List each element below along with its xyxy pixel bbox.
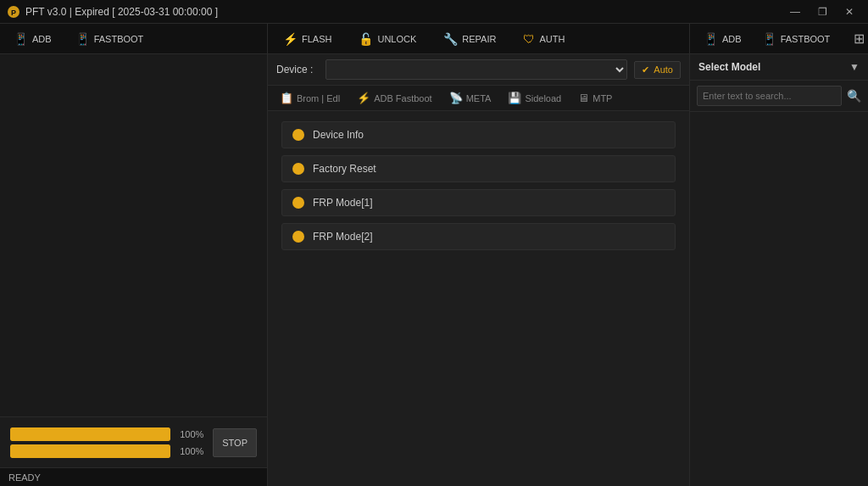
title-bar: P PFT v3.0 | Expired [ 2025-03-31 00:00:…	[0, 0, 868, 24]
status-text: READY	[8, 472, 41, 483]
brom-label: Brom | Edl	[297, 93, 340, 103]
sideload-icon: 💾	[508, 92, 521, 104]
label-frp-mode-2: FRP Mode[2]	[313, 231, 372, 243]
app-title: PFT v3.0 | Expired [ 2025-03-31 00:00:00…	[25, 6, 218, 18]
main-layout: 📱 ADB 📱 FASTBOOT 100%	[0, 24, 868, 486]
action-frp-mode-1[interactable]: FRP Mode[1]	[281, 189, 676, 216]
left-bottom-area: 100% 100% STOP	[0, 416, 267, 467]
device-row: Device : ✔ Auto	[268, 54, 689, 86]
left-canvas-area	[0, 54, 267, 416]
flash-button[interactable]: ⚡ FLASH	[276, 29, 338, 49]
tab-mtp[interactable]: 🖥 MTP	[571, 88, 619, 108]
sideload-label: Sideload	[525, 93, 561, 103]
center-top-toolbar: ⚡ FLASH 🔓 UNLOCK 🔧 REPAIR 🛡 AUTH	[268, 24, 689, 54]
progress-label-2: 100%	[177, 446, 206, 456]
right-adb-button[interactable]: 📱 ADB	[697, 29, 748, 49]
progress-bar-fill-2	[10, 444, 170, 458]
progress-bar-bg-2	[10, 444, 170, 458]
unlock-label: UNLOCK	[377, 34, 416, 44]
right-top-toolbar: 📱 ADB 📱 FASTBOOT ⊞ ☰	[690, 24, 868, 54]
search-row: 🔍	[690, 81, 868, 112]
device-label: Device :	[276, 64, 319, 75]
title-bar-left: P PFT v3.0 | Expired [ 2025-03-31 00:00:…	[7, 5, 218, 19]
svg-text:P: P	[11, 8, 16, 17]
action-device-info[interactable]: Device Info	[281, 121, 676, 148]
select-model-label: Select Model	[698, 61, 760, 73]
tab-sideload[interactable]: 💾 Sideload	[501, 88, 568, 108]
label-factory-reset: Factory Reset	[313, 163, 376, 175]
progress-label-1: 100%	[177, 429, 206, 439]
search-icon[interactable]: 🔍	[847, 89, 861, 103]
left-toolbar-btn-2[interactable]: 📱 FASTBOOT	[69, 29, 151, 49]
right-content-area	[690, 112, 868, 486]
auth-button[interactable]: 🛡 AUTH	[516, 29, 571, 49]
left-panel: 📱 ADB 📱 FASTBOOT 100%	[0, 24, 268, 486]
chevron-down-icon[interactable]: ▼	[849, 61, 860, 73]
tab-brom-edl[interactable]: 📋 Brom | Edl	[273, 88, 347, 108]
dot-frp-mode-1	[292, 197, 304, 209]
flash-icon: ⚡	[283, 32, 298, 46]
unlock-button[interactable]: 🔓 UNLOCK	[352, 29, 423, 49]
right-adb-label: ADB	[722, 34, 742, 44]
auth-label: AUTH	[539, 34, 565, 44]
left-fastboot-label: FASTBOOT	[94, 34, 144, 44]
right-panel: 📱 ADB 📱 FASTBOOT ⊞ ☰ Select Model ▼ 🔍	[690, 24, 868, 486]
phone-icon: 📱	[14, 32, 28, 46]
tab-adb-fastboot[interactable]: ⚡ ADB Fastboot	[350, 88, 438, 108]
label-device-info: Device Info	[313, 129, 364, 141]
auto-button[interactable]: ✔ Auto	[634, 61, 681, 79]
adb-fastboot-icon: ⚡	[357, 92, 370, 104]
close-button[interactable]: ✕	[837, 3, 861, 21]
dot-frp-mode-2	[292, 231, 304, 243]
repair-label: REPAIR	[462, 34, 496, 44]
check-icon: ✔	[642, 64, 649, 75]
mode-tabs: 📋 Brom | Edl ⚡ ADB Fastboot 📡 META 💾 Sid…	[268, 86, 689, 111]
progress-row-1: 100%	[10, 427, 206, 441]
meta-label: META	[466, 93, 492, 103]
auto-label: Auto	[654, 64, 673, 75]
unlock-icon: 🔓	[359, 32, 373, 46]
tab-meta[interactable]: 📡 META	[442, 88, 498, 108]
action-factory-reset[interactable]: Factory Reset	[281, 155, 676, 182]
device-select[interactable]	[326, 59, 627, 80]
progress-row-2: 100%	[10, 444, 206, 458]
minimize-button[interactable]: —	[783, 3, 807, 21]
app-logo-icon: P	[7, 5, 20, 19]
select-model-header: Select Model ▼	[690, 54, 868, 81]
fastboot-icon: 📱	[75, 32, 90, 46]
left-toolbar-btn-1[interactable]: 📱 ADB	[7, 29, 58, 49]
right-fastboot-icon: 📱	[762, 32, 776, 46]
adb-fastboot-label: ADB Fastboot	[374, 93, 431, 103]
center-content: Device Info Factory Reset FRP Mode[1] FR…	[268, 111, 689, 486]
right-extra-icons: ⊞ ☰	[850, 29, 868, 48]
progress-bar-bg-1	[10, 427, 170, 441]
right-adb-icon: 📱	[704, 32, 718, 46]
left-top-toolbar: 📱 ADB 📱 FASTBOOT	[0, 24, 267, 54]
right-icon-1[interactable]: ⊞	[850, 29, 868, 48]
right-fastboot-label: FASTBOOT	[781, 34, 831, 44]
mtp-label: MTP	[593, 93, 612, 103]
dot-device-info	[292, 129, 304, 141]
maximize-button[interactable]: ❐	[810, 3, 834, 21]
search-input[interactable]	[697, 86, 842, 106]
action-frp-mode-2[interactable]: FRP Mode[2]	[281, 223, 676, 250]
repair-icon: 🔧	[443, 32, 458, 46]
dot-factory-reset	[292, 163, 304, 175]
title-bar-controls: — ❐ ✕	[783, 3, 861, 21]
label-frp-mode-1: FRP Mode[1]	[313, 197, 372, 209]
auth-icon: 🛡	[523, 32, 535, 46]
stop-button[interactable]: STOP	[213, 428, 257, 457]
left-adb-label: ADB	[32, 34, 52, 44]
meta-icon: 📡	[449, 92, 463, 104]
brom-icon: 📋	[280, 92, 293, 104]
status-bar: READY	[0, 467, 267, 486]
center-panel: ⚡ FLASH 🔓 UNLOCK 🔧 REPAIR 🛡 AUTH Device …	[268, 24, 690, 486]
flash-label: FLASH	[302, 34, 331, 44]
progress-bar-fill-1	[10, 427, 170, 441]
right-fastboot-button[interactable]: 📱 FASTBOOT	[755, 29, 837, 49]
repair-button[interactable]: 🔧 REPAIR	[437, 29, 503, 49]
mtp-icon: 🖥	[578, 92, 589, 104]
